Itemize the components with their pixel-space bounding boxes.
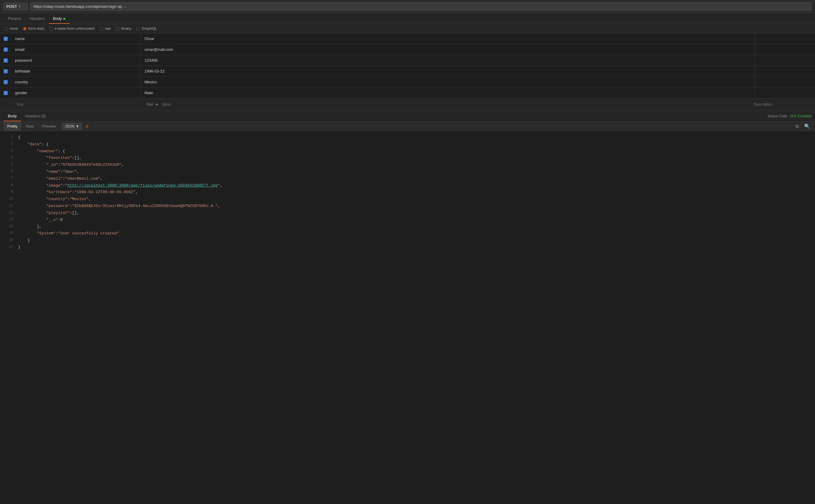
radio-urlencoded-icon xyxy=(49,27,53,31)
json-line-15: 15 "System": "User succesfully created" xyxy=(0,230,815,237)
view-tab-raw[interactable]: Raw xyxy=(22,122,37,131)
json-dropdown-arrow-icon: ▼ xyxy=(76,124,79,128)
json-area[interactable]: 1 { 2 "data": { 3 "newUser": { 4 "favori… xyxy=(0,131,815,503)
method-label: POST xyxy=(6,4,17,9)
method-selector[interactable]: POST ▼ xyxy=(4,3,28,10)
status-code-value: 201 Created xyxy=(790,114,811,118)
new-type-select[interactable]: Text xyxy=(144,101,159,108)
body-type-graphql[interactable]: GraphQL xyxy=(136,26,157,31)
method-dropdown-arrow-icon: ▼ xyxy=(18,5,21,8)
field-name-value[interactable]: Omar xyxy=(141,33,755,44)
body-type-row: none form-data x-www-form-urlencoded raw… xyxy=(0,24,815,33)
radio-form-data-icon xyxy=(23,27,27,31)
json-content: 1 { 2 "data": { 3 "newUser": { 4 "favori… xyxy=(0,131,815,254)
checkbox-country[interactable] xyxy=(0,77,11,87)
json-line-6: 6 "name": "Omar", xyxy=(0,169,815,175)
json-line-12: 12 "playlist": [], xyxy=(0,210,815,217)
copy-button[interactable]: ⧉ xyxy=(794,122,800,130)
json-line-13: 13 "__v": 0 xyxy=(0,217,815,224)
body-type-urlencoded[interactable]: x-www-form-urlencoded xyxy=(49,26,94,31)
body-type-form-data[interactable]: form-data xyxy=(23,26,45,31)
response-tab-body[interactable]: Body xyxy=(4,111,21,121)
json-format-select[interactable]: JSON ▼ xyxy=(62,123,82,130)
new-key-input[interactable] xyxy=(14,101,144,108)
response-header: Body Headers (9) Status Code 201 Created xyxy=(0,111,815,122)
response-tabs: Body Headers (9) xyxy=(4,111,767,121)
tab-body[interactable]: Body xyxy=(49,13,70,24)
field-email-value[interactable]: omar@mail.com xyxy=(141,44,755,55)
response-view-tabs: Pretty Raw Preview JSON ▼ ≡ ⧉ 🔍 xyxy=(0,122,815,131)
form-fields-container: name Omar email omar@mail.com xyxy=(0,33,815,111)
field-gender-desc xyxy=(755,90,815,96)
field-password-key[interactable]: password xyxy=(11,55,141,66)
json-line-16: 16 } xyxy=(0,237,815,244)
json-line-2: 2 "data": { xyxy=(0,141,815,148)
view-tab-pretty[interactable]: Pretty xyxy=(4,122,21,131)
json-line-7: 7 "email": "omar@mail.com", xyxy=(0,175,815,182)
checkbox-gender-icon[interactable] xyxy=(4,91,8,95)
request-section: Params Headers Body none form-data x-www… xyxy=(0,13,815,111)
response-section: Body Headers (9) Status Code 201 Created… xyxy=(0,111,815,503)
status-code-area: Status Code 201 Created xyxy=(767,114,811,118)
field-country-value[interactable]: Mexico xyxy=(141,77,755,87)
url-input[interactable] xyxy=(30,2,811,11)
field-birthdate-value[interactable]: 1996-03-22 xyxy=(141,66,755,76)
tab-params[interactable]: Params xyxy=(4,13,26,24)
radio-graphql-icon xyxy=(136,27,140,31)
body-active-dot xyxy=(63,18,65,20)
status-code-label: Status Code xyxy=(767,114,787,118)
field-country-key[interactable]: country xyxy=(11,77,141,87)
new-desc-input[interactable] xyxy=(751,101,811,108)
field-password-value[interactable]: 123456 xyxy=(141,55,755,66)
body-type-raw[interactable]: raw xyxy=(99,26,111,31)
form-row-gender: gender Male xyxy=(0,88,815,98)
body-type-binary[interactable]: binary xyxy=(116,26,131,31)
checkbox-gender[interactable] xyxy=(0,88,11,98)
radio-binary-icon xyxy=(116,27,119,31)
url-bar: POST ▼ xyxy=(0,0,815,13)
field-birthdate-key[interactable]: birthdate xyxy=(11,66,141,76)
checkbox-email-icon[interactable] xyxy=(4,48,8,52)
field-country-desc xyxy=(755,79,815,85)
field-name-desc xyxy=(755,36,815,42)
form-row-country: country Mexico xyxy=(0,77,815,88)
view-tab-preview[interactable]: Preview xyxy=(39,122,60,131)
format-icon[interactable]: ≡ xyxy=(85,124,88,129)
form-row-password: password 123456 xyxy=(0,55,815,66)
new-value-input[interactable] xyxy=(159,101,751,108)
response-tab-headers[interactable]: Headers (9) xyxy=(21,111,50,121)
json-line-1: 1 { xyxy=(0,134,815,141)
field-birthdate-desc xyxy=(755,68,815,74)
checkbox-name[interactable] xyxy=(0,34,11,44)
radio-raw-icon xyxy=(99,27,103,31)
radio-none-icon xyxy=(4,27,8,31)
field-gender-value[interactable]: Male xyxy=(141,88,755,98)
checkbox-country-icon[interactable] xyxy=(4,80,8,84)
json-line-4: 4 "favorites": [], xyxy=(0,155,815,162)
response-view-actions: ⧉ 🔍 xyxy=(794,122,811,130)
json-line-10: 10 "country": "Mexico", xyxy=(0,196,815,203)
checkbox-email[interactable] xyxy=(0,45,11,55)
field-gender-key[interactable]: gender xyxy=(11,88,141,98)
json-line-3: 3 "newUser": { xyxy=(0,148,815,155)
request-tabs: Params Headers Body xyxy=(0,13,815,24)
form-row-email: email omar@mail.com xyxy=(0,44,815,55)
json-line-8: 8 "image": "http://localhost:3000:3000/a… xyxy=(0,182,815,189)
json-line-14: 14 }, xyxy=(0,223,815,230)
new-form-row: Text xyxy=(0,98,815,111)
search-button[interactable]: 🔍 xyxy=(803,122,811,130)
json-line-11: 11 "password": "$2b$08$E4Sv/3Czazr8KkjyS… xyxy=(0,203,815,210)
json-line-5: 5 "_id": "5f9b953886437e9dc22341b9", xyxy=(0,162,815,169)
tab-headers[interactable]: Headers xyxy=(26,13,49,24)
field-email-key[interactable]: email xyxy=(11,44,141,55)
checkbox-password[interactable] xyxy=(0,55,11,66)
field-email-desc xyxy=(755,47,815,53)
checkbox-birthdate-icon[interactable] xyxy=(4,69,8,73)
field-password-desc xyxy=(755,57,815,63)
checkbox-birthdate[interactable] xyxy=(0,66,11,76)
field-name-key[interactable]: name xyxy=(11,33,141,44)
body-type-none[interactable]: none xyxy=(4,26,18,31)
json-line-9: 9 "birthdate": "1996-03-22T00:00:00.000Z… xyxy=(0,189,815,196)
checkbox-name-icon[interactable] xyxy=(4,37,8,41)
checkbox-password-icon[interactable] xyxy=(4,58,8,63)
